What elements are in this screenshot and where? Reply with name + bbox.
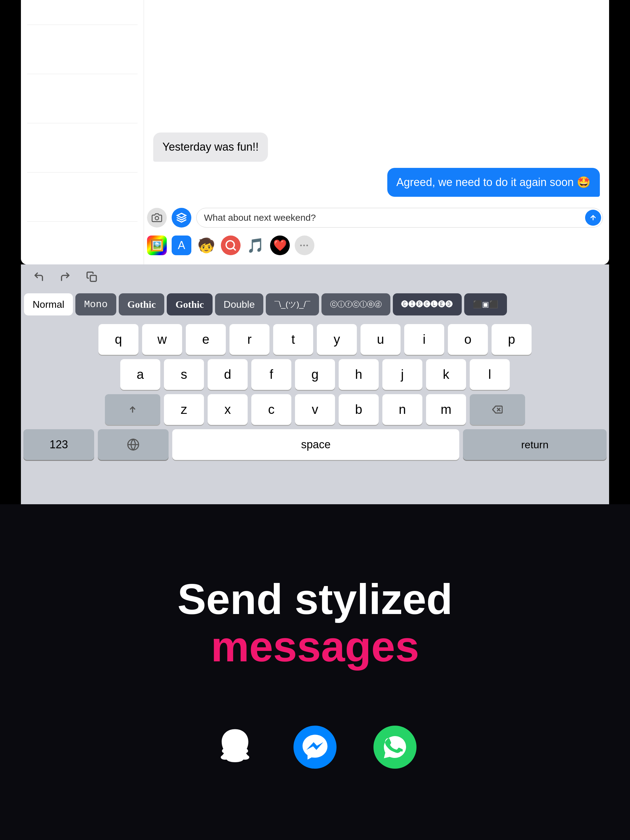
font-gothic-bold[interactable]: Gothic bbox=[167, 293, 212, 316]
key-l[interactable]: l bbox=[470, 359, 510, 390]
key-a[interactable]: a bbox=[120, 359, 160, 390]
key-c[interactable]: c bbox=[251, 394, 291, 425]
key-m[interactable]: m bbox=[426, 394, 466, 425]
photos-icon[interactable]: 🖼️ bbox=[147, 235, 167, 255]
sent-message: Agreed, we need to do it again soon 🤩 bbox=[387, 168, 600, 197]
camera-icon[interactable] bbox=[147, 208, 167, 227]
font-normal[interactable]: Normal bbox=[24, 293, 73, 316]
shift-key[interactable] bbox=[105, 394, 160, 425]
key-e[interactable]: e bbox=[186, 324, 226, 355]
font-circled-dark[interactable]: 🅒🅘🅡🅒🅛🅔🅓 bbox=[393, 293, 462, 316]
numbers-key[interactable]: 123 bbox=[24, 429, 94, 460]
svg-rect-4 bbox=[90, 275, 97, 282]
messenger-icon bbox=[293, 726, 337, 769]
key-r[interactable]: r bbox=[230, 324, 269, 355]
font-selector-row: Normal Mono Gothic Gothic Double ¯\_(ツ)_… bbox=[21, 289, 609, 320]
key-h[interactable]: h bbox=[339, 359, 379, 390]
return-key[interactable]: return bbox=[463, 429, 606, 460]
memoji-icon[interactable]: 🧒 bbox=[196, 235, 216, 255]
key-v[interactable]: v bbox=[295, 394, 335, 425]
divider-line bbox=[27, 74, 138, 74]
promo-section: Send stylized messages bbox=[0, 504, 630, 840]
key-f[interactable]: f bbox=[251, 359, 291, 390]
key-x[interactable]: x bbox=[207, 394, 248, 425]
key-z[interactable]: z bbox=[164, 394, 204, 425]
svg-point-0 bbox=[155, 216, 158, 220]
search-icon[interactable] bbox=[221, 235, 241, 255]
tagline-line2: messages bbox=[211, 623, 419, 670]
send-button[interactable] bbox=[585, 210, 601, 226]
key-o[interactable]: o bbox=[448, 324, 488, 355]
keyboard-bottom-row: 123 space return bbox=[21, 429, 609, 460]
paste-button[interactable] bbox=[83, 268, 100, 285]
heart-icon[interactable]: ❤️ bbox=[270, 235, 290, 255]
key-u[interactable]: u bbox=[361, 324, 400, 355]
social-icons bbox=[214, 726, 416, 769]
divider-line bbox=[27, 123, 138, 123]
key-q[interactable]: q bbox=[98, 324, 138, 355]
key-b[interactable]: b bbox=[339, 394, 379, 425]
svg-line-3 bbox=[233, 248, 235, 250]
undo-button[interactable] bbox=[30, 268, 47, 285]
more-icon[interactable]: ••• bbox=[295, 235, 314, 255]
delete-key[interactable] bbox=[470, 394, 525, 425]
key-j[interactable]: j bbox=[382, 359, 423, 390]
font-blocks[interactable]: ⬛▣⬛ bbox=[464, 293, 507, 316]
messages-panel: Yesterday was fun!! Agreed, we need to d… bbox=[21, 0, 609, 264]
key-n[interactable]: n bbox=[382, 394, 423, 425]
key-i[interactable]: i bbox=[404, 324, 444, 355]
key-row-2: a s d f g h j k l bbox=[24, 359, 606, 390]
font-gothic-regular[interactable]: Gothic bbox=[119, 293, 164, 316]
keyboard-keys: q w e r t y u i o p a s d f g h j k l bbox=[21, 324, 609, 425]
key-y[interactable]: y bbox=[317, 324, 357, 355]
music-icon[interactable]: 🎵 bbox=[245, 235, 265, 255]
space-key[interactable]: space bbox=[172, 429, 459, 460]
divider-line bbox=[27, 221, 138, 222]
redo-button[interactable] bbox=[57, 268, 74, 285]
key-k[interactable]: k bbox=[426, 359, 466, 390]
appstore-app-icon[interactable]: A bbox=[172, 235, 192, 255]
key-d[interactable]: d bbox=[207, 359, 248, 390]
appstore-icon[interactable] bbox=[172, 208, 192, 227]
key-row-1: q w e r t y u i o p bbox=[24, 324, 606, 355]
tagline-line1: Send stylized bbox=[177, 576, 453, 623]
key-g[interactable]: g bbox=[295, 359, 335, 390]
key-t[interactable]: t bbox=[273, 324, 313, 355]
key-w[interactable]: w bbox=[142, 324, 182, 355]
key-row-3: z x c v b n m bbox=[24, 394, 606, 425]
font-mono[interactable]: Mono bbox=[75, 293, 116, 316]
divider-line bbox=[27, 25, 138, 25]
keyboard-toolbar bbox=[21, 264, 609, 289]
message-input[interactable]: What about next weekend? bbox=[196, 208, 603, 227]
keyboard-panel: Normal Mono Gothic Gothic Double ¯\_(ツ)_… bbox=[21, 264, 609, 504]
snapchat-icon bbox=[214, 726, 256, 769]
font-shrug[interactable]: ¯\_(ツ)_/¯ bbox=[266, 293, 319, 316]
font-circled[interactable]: ⓒⓘⓡⓒⓛⓔⓓ bbox=[321, 293, 390, 316]
globe-key[interactable] bbox=[98, 429, 169, 460]
left-panel bbox=[21, 0, 144, 264]
divider-line bbox=[27, 172, 138, 172]
key-p[interactable]: p bbox=[492, 324, 532, 355]
whatsapp-icon bbox=[374, 726, 416, 769]
font-double[interactable]: Double bbox=[215, 293, 263, 316]
key-s[interactable]: s bbox=[164, 359, 204, 390]
received-message: Yesterday was fun!! bbox=[153, 133, 268, 161]
